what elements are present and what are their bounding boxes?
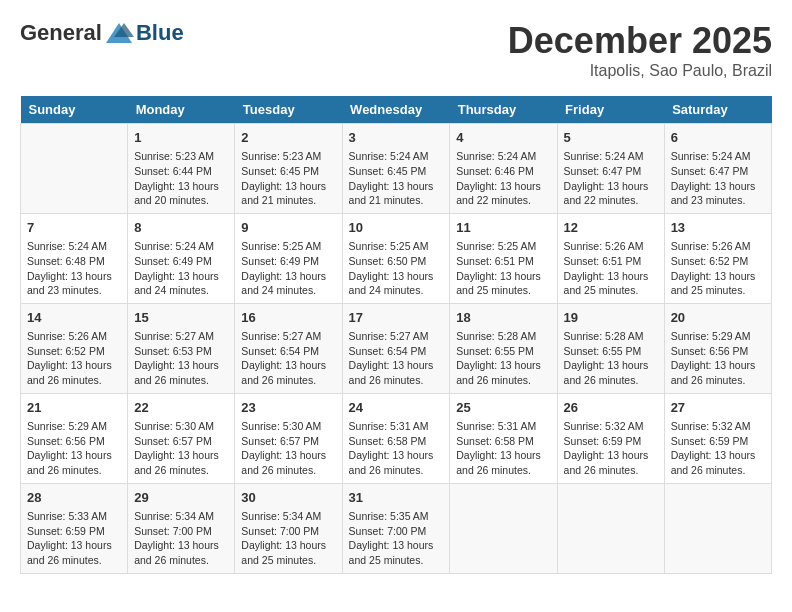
day-info: Sunrise: 5:34 AMSunset: 7:00 PMDaylight:… bbox=[241, 509, 335, 568]
day-info: Sunrise: 5:27 AMSunset: 6:54 PMDaylight:… bbox=[349, 329, 444, 388]
calendar-cell bbox=[557, 483, 664, 573]
calendar-cell: 14Sunrise: 5:26 AMSunset: 6:52 PMDayligh… bbox=[21, 303, 128, 393]
logo-general-text: General bbox=[20, 20, 102, 46]
calendar-cell: 21Sunrise: 5:29 AMSunset: 6:56 PMDayligh… bbox=[21, 393, 128, 483]
day-info: Sunrise: 5:30 AMSunset: 6:57 PMDaylight:… bbox=[241, 419, 335, 478]
day-info: Sunrise: 5:31 AMSunset: 6:58 PMDaylight:… bbox=[349, 419, 444, 478]
calendar-week-row: 21Sunrise: 5:29 AMSunset: 6:56 PMDayligh… bbox=[21, 393, 772, 483]
header-day: Wednesday bbox=[342, 96, 450, 124]
calendar-cell: 20Sunrise: 5:29 AMSunset: 6:56 PMDayligh… bbox=[664, 303, 771, 393]
day-info: Sunrise: 5:32 AMSunset: 6:59 PMDaylight:… bbox=[564, 419, 658, 478]
day-info: Sunrise: 5:27 AMSunset: 6:53 PMDaylight:… bbox=[134, 329, 228, 388]
calendar-cell: 29Sunrise: 5:34 AMSunset: 7:00 PMDayligh… bbox=[128, 483, 235, 573]
calendar-week-row: 7Sunrise: 5:24 AMSunset: 6:48 PMDaylight… bbox=[21, 213, 772, 303]
calendar-cell bbox=[664, 483, 771, 573]
day-info: Sunrise: 5:29 AMSunset: 6:56 PMDaylight:… bbox=[671, 329, 765, 388]
day-info: Sunrise: 5:27 AMSunset: 6:54 PMDaylight:… bbox=[241, 329, 335, 388]
day-info: Sunrise: 5:34 AMSunset: 7:00 PMDaylight:… bbox=[134, 509, 228, 568]
calendar-cell: 17Sunrise: 5:27 AMSunset: 6:54 PMDayligh… bbox=[342, 303, 450, 393]
calendar-cell: 24Sunrise: 5:31 AMSunset: 6:58 PMDayligh… bbox=[342, 393, 450, 483]
header-day: Tuesday bbox=[235, 96, 342, 124]
calendar-week-row: 28Sunrise: 5:33 AMSunset: 6:59 PMDayligh… bbox=[21, 483, 772, 573]
day-info: Sunrise: 5:24 AMSunset: 6:49 PMDaylight:… bbox=[134, 239, 228, 298]
day-info: Sunrise: 5:30 AMSunset: 6:57 PMDaylight:… bbox=[134, 419, 228, 478]
calendar-cell: 23Sunrise: 5:30 AMSunset: 6:57 PMDayligh… bbox=[235, 393, 342, 483]
calendar-table: SundayMondayTuesdayWednesdayThursdayFrid… bbox=[20, 96, 772, 574]
calendar-cell: 7Sunrise: 5:24 AMSunset: 6:48 PMDaylight… bbox=[21, 213, 128, 303]
day-number: 2 bbox=[241, 129, 335, 147]
calendar-cell: 28Sunrise: 5:33 AMSunset: 6:59 PMDayligh… bbox=[21, 483, 128, 573]
calendar-cell: 27Sunrise: 5:32 AMSunset: 6:59 PMDayligh… bbox=[664, 393, 771, 483]
day-info: Sunrise: 5:28 AMSunset: 6:55 PMDaylight:… bbox=[564, 329, 658, 388]
calendar-cell: 19Sunrise: 5:28 AMSunset: 6:55 PMDayligh… bbox=[557, 303, 664, 393]
day-info: Sunrise: 5:25 AMSunset: 6:49 PMDaylight:… bbox=[241, 239, 335, 298]
header-day: Saturday bbox=[664, 96, 771, 124]
header-day: Friday bbox=[557, 96, 664, 124]
calendar-header: SundayMondayTuesdayWednesdayThursdayFrid… bbox=[21, 96, 772, 124]
calendar-cell bbox=[21, 124, 128, 214]
day-number: 6 bbox=[671, 129, 765, 147]
day-number: 25 bbox=[456, 399, 550, 417]
calendar-cell: 8Sunrise: 5:24 AMSunset: 6:49 PMDaylight… bbox=[128, 213, 235, 303]
logo-blue-text: Blue bbox=[136, 20, 184, 46]
calendar-cell: 10Sunrise: 5:25 AMSunset: 6:50 PMDayligh… bbox=[342, 213, 450, 303]
header-day: Monday bbox=[128, 96, 235, 124]
day-info: Sunrise: 5:28 AMSunset: 6:55 PMDaylight:… bbox=[456, 329, 550, 388]
page-header: General Blue December 2025 Itapolis, Sao… bbox=[20, 20, 772, 80]
day-number: 8 bbox=[134, 219, 228, 237]
calendar-cell: 25Sunrise: 5:31 AMSunset: 6:58 PMDayligh… bbox=[450, 393, 557, 483]
day-number: 22 bbox=[134, 399, 228, 417]
calendar-cell: 3Sunrise: 5:24 AMSunset: 6:45 PMDaylight… bbox=[342, 124, 450, 214]
day-info: Sunrise: 5:24 AMSunset: 6:47 PMDaylight:… bbox=[671, 149, 765, 208]
calendar-cell: 13Sunrise: 5:26 AMSunset: 6:52 PMDayligh… bbox=[664, 213, 771, 303]
day-info: Sunrise: 5:23 AMSunset: 6:44 PMDaylight:… bbox=[134, 149, 228, 208]
calendar-cell: 26Sunrise: 5:32 AMSunset: 6:59 PMDayligh… bbox=[557, 393, 664, 483]
calendar-cell: 9Sunrise: 5:25 AMSunset: 6:49 PMDaylight… bbox=[235, 213, 342, 303]
month-title: December 2025 bbox=[508, 20, 772, 62]
day-number: 24 bbox=[349, 399, 444, 417]
logo-icon bbox=[104, 21, 134, 45]
day-number: 12 bbox=[564, 219, 658, 237]
calendar-cell: 15Sunrise: 5:27 AMSunset: 6:53 PMDayligh… bbox=[128, 303, 235, 393]
day-number: 30 bbox=[241, 489, 335, 507]
calendar-cell: 1Sunrise: 5:23 AMSunset: 6:44 PMDaylight… bbox=[128, 124, 235, 214]
day-number: 20 bbox=[671, 309, 765, 327]
calendar-cell: 18Sunrise: 5:28 AMSunset: 6:55 PMDayligh… bbox=[450, 303, 557, 393]
day-number: 16 bbox=[241, 309, 335, 327]
header-day: Sunday bbox=[21, 96, 128, 124]
title-block: December 2025 Itapolis, Sao Paulo, Brazi… bbox=[508, 20, 772, 80]
day-number: 15 bbox=[134, 309, 228, 327]
day-info: Sunrise: 5:25 AMSunset: 6:50 PMDaylight:… bbox=[349, 239, 444, 298]
day-info: Sunrise: 5:31 AMSunset: 6:58 PMDaylight:… bbox=[456, 419, 550, 478]
header-day: Thursday bbox=[450, 96, 557, 124]
day-info: Sunrise: 5:24 AMSunset: 6:47 PMDaylight:… bbox=[564, 149, 658, 208]
day-number: 11 bbox=[456, 219, 550, 237]
day-number: 29 bbox=[134, 489, 228, 507]
day-info: Sunrise: 5:26 AMSunset: 6:51 PMDaylight:… bbox=[564, 239, 658, 298]
calendar-week-row: 14Sunrise: 5:26 AMSunset: 6:52 PMDayligh… bbox=[21, 303, 772, 393]
day-number: 3 bbox=[349, 129, 444, 147]
calendar-cell: 22Sunrise: 5:30 AMSunset: 6:57 PMDayligh… bbox=[128, 393, 235, 483]
day-number: 27 bbox=[671, 399, 765, 417]
calendar-cell: 5Sunrise: 5:24 AMSunset: 6:47 PMDaylight… bbox=[557, 124, 664, 214]
day-number: 4 bbox=[456, 129, 550, 147]
day-info: Sunrise: 5:23 AMSunset: 6:45 PMDaylight:… bbox=[241, 149, 335, 208]
day-number: 31 bbox=[349, 489, 444, 507]
day-number: 9 bbox=[241, 219, 335, 237]
day-number: 7 bbox=[27, 219, 121, 237]
calendar-cell: 16Sunrise: 5:27 AMSunset: 6:54 PMDayligh… bbox=[235, 303, 342, 393]
day-info: Sunrise: 5:24 AMSunset: 6:46 PMDaylight:… bbox=[456, 149, 550, 208]
calendar-cell: 31Sunrise: 5:35 AMSunset: 7:00 PMDayligh… bbox=[342, 483, 450, 573]
day-number: 13 bbox=[671, 219, 765, 237]
day-number: 28 bbox=[27, 489, 121, 507]
day-number: 5 bbox=[564, 129, 658, 147]
day-number: 19 bbox=[564, 309, 658, 327]
day-number: 21 bbox=[27, 399, 121, 417]
day-info: Sunrise: 5:32 AMSunset: 6:59 PMDaylight:… bbox=[671, 419, 765, 478]
header-row: SundayMondayTuesdayWednesdayThursdayFrid… bbox=[21, 96, 772, 124]
day-number: 26 bbox=[564, 399, 658, 417]
day-info: Sunrise: 5:24 AMSunset: 6:45 PMDaylight:… bbox=[349, 149, 444, 208]
location: Itapolis, Sao Paulo, Brazil bbox=[508, 62, 772, 80]
day-number: 23 bbox=[241, 399, 335, 417]
day-info: Sunrise: 5:35 AMSunset: 7:00 PMDaylight:… bbox=[349, 509, 444, 568]
